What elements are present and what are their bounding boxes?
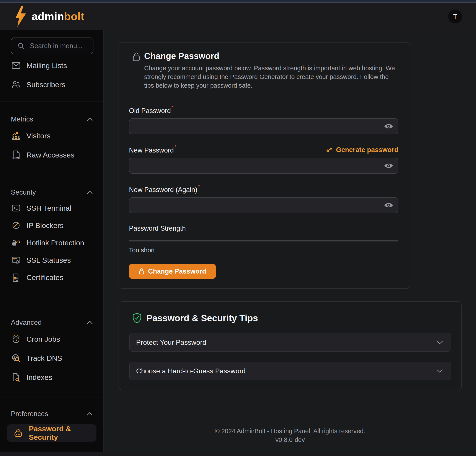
search-icon (17, 42, 25, 50)
sidebar-item-label: Subscribers (26, 80, 66, 89)
password-strength-bar (129, 240, 398, 241)
toggle-new-password-visibility-button[interactable] (379, 158, 398, 173)
sidebar-section-metrics[interactable]: Metrics (0, 112, 103, 126)
main-content: Change Password Change your account pass… (104, 30, 476, 452)
footer: © 2024 AdminBolt - Hosting Panel. All ri… (119, 427, 462, 444)
chevron-up-icon (87, 118, 93, 121)
new-password-label: New Password* (129, 145, 177, 154)
sidebar-section-security[interactable]: Security (0, 185, 103, 199)
sidebar-item-label: Cron Jobs (26, 335, 60, 343)
sidebar-item-hotlink-protection[interactable]: Hotlink Protection (0, 234, 103, 251)
new-password-again-label: New Password (Again)* (129, 185, 200, 194)
lock-icon (132, 50, 141, 90)
sidebar-section-advanced[interactable]: Advanced (0, 315, 103, 330)
ssl-status-icon (11, 255, 21, 265)
sidebar-divider (0, 305, 103, 305)
tip-accordion-protect-password[interactable]: Protect Your Password (129, 333, 451, 352)
old-password-input-group (129, 118, 398, 134)
new-password-again-input-group (129, 197, 398, 213)
envelope-icon (11, 61, 21, 70)
toggle-old-password-visibility-button[interactable] (379, 119, 398, 134)
tip-accordion-hard-to-guess[interactable]: Choose a Hard-to-Guess Password (129, 362, 451, 380)
sidebar-item-visitors[interactable]: Visitors (0, 126, 103, 145)
chevron-up-icon (87, 191, 93, 194)
sidebar-divider (0, 397, 103, 397)
required-marker: * (174, 144, 177, 150)
sidebar-section-preferences[interactable]: Preferences (0, 407, 103, 421)
password-strength-label: Password Strength (129, 225, 398, 233)
sidebar-divider (0, 175, 103, 175)
sidebar-item-password-security[interactable]: Password & Security (7, 424, 96, 442)
card-title: Change Password (144, 51, 398, 61)
password-lock-icon (14, 428, 23, 438)
security-tips-card: Password & Security Tips Protect Your Pa… (119, 301, 462, 390)
eye-icon (384, 202, 393, 209)
sidebar-item-subscribers[interactable]: Subscribers (0, 75, 103, 94)
version-text: v0.8.0-dev (119, 435, 462, 444)
sidebar-search (11, 37, 94, 54)
sidebar-item-cron-jobs[interactable]: Cron Jobs (0, 330, 103, 349)
brand-name: adminbolt (32, 10, 84, 23)
search-input[interactable] (30, 42, 104, 50)
block-icon (11, 221, 21, 230)
eye-icon (384, 123, 393, 130)
sidebar-item-mailing-lists[interactable]: Mailing Lists (0, 56, 103, 75)
sidebar-item-label: Indexes (26, 373, 52, 382)
old-password-input[interactable] (129, 119, 379, 134)
sidebar-item-label: Visitors (26, 132, 51, 140)
sidebar-item-track-dns[interactable]: Track DNS (0, 349, 103, 368)
sidebar-item-ssh-terminal[interactable]: SSH Terminal (0, 199, 103, 217)
raw-file-icon: RAW (11, 150, 21, 160)
svg-text:RAW: RAW (13, 156, 19, 159)
sidebar-item-label: Mailing Lists (26, 61, 67, 70)
users-icon (11, 80, 21, 89)
sidebar-item-ip-blockers[interactable]: IP Blockers (0, 217, 103, 234)
password-strength-status: Too short (129, 247, 398, 255)
generate-password-link[interactable]: Generate password (325, 146, 398, 154)
change-password-button[interactable]: Change Password (129, 264, 216, 279)
sidebar-item-raw-accesses[interactable]: RAW Raw Accesses (0, 145, 103, 165)
sidebar-item-indexes[interactable]: Indexes (0, 368, 103, 387)
globe-search-icon (11, 353, 21, 363)
sidebar-item-label: Hotlink Protection (26, 239, 84, 247)
sidebar-item-label: Raw Accesses (26, 151, 74, 159)
top-accent-bar (0, 0, 476, 3)
chevron-down-icon (437, 369, 443, 373)
sidebar-item-label: IP Blockers (26, 221, 64, 230)
chevron-up-icon (87, 321, 93, 324)
sidebar-item-label: Certificates (26, 273, 63, 282)
file-search-icon (11, 372, 21, 382)
shield-check-icon (132, 313, 142, 324)
key-icon (325, 146, 333, 154)
certificate-icon (11, 273, 21, 282)
sidebar-divider (0, 102, 103, 102)
new-password-input-group (129, 158, 398, 174)
toggle-new-password-again-visibility-button[interactable] (379, 198, 398, 213)
sidebar-item-label: SSH Terminal (26, 204, 71, 212)
lightning-bolt-icon (14, 6, 28, 27)
sidebar-item-label: Password & Security (29, 425, 96, 441)
sidebar-item-label: Track DNS (26, 354, 62, 362)
user-avatar[interactable]: T (448, 9, 462, 23)
new-password-again-input[interactable] (129, 198, 379, 213)
terminal-icon (11, 203, 21, 213)
clock-icon (11, 334, 21, 344)
copyright-text: © 2024 AdminBolt - Hosting Panel. All ri… (119, 427, 462, 435)
bottom-strip (0, 452, 476, 456)
required-marker: * (198, 184, 200, 189)
sidebar: Mailing Lists Subscribers Metrics (0, 30, 104, 452)
brand-logo[interactable]: adminbolt (14, 6, 84, 27)
sidebar-item-certificates[interactable]: Certificates (0, 269, 103, 286)
hotlink-icon (11, 238, 21, 247)
eye-icon (384, 162, 393, 169)
required-marker: * (171, 105, 173, 110)
sidebar-item-label: SSL Statuses (26, 256, 71, 264)
app-header: adminbolt T (0, 3, 476, 30)
new-password-input[interactable] (129, 158, 379, 173)
card-description: Change your account password below. Pass… (144, 64, 398, 90)
lock-icon (138, 268, 144, 275)
visitors-icon (11, 131, 21, 140)
change-password-card: Change Password Change your account pass… (119, 42, 410, 289)
chevron-up-icon (87, 412, 93, 415)
sidebar-item-ssl-statuses[interactable]: SSL Statuses (0, 251, 103, 269)
